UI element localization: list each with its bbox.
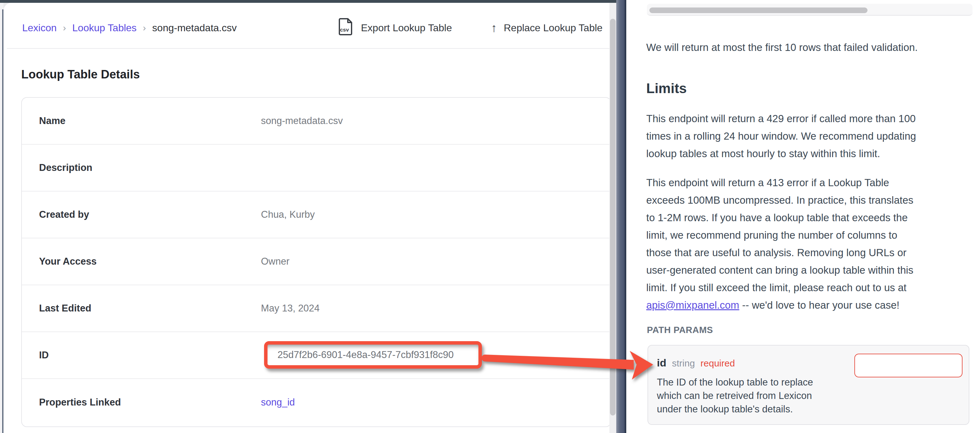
detail-label: Created by (22, 209, 261, 220)
breadcrumb-lookup-tables[interactable]: Lookup Tables (72, 22, 137, 34)
breadcrumb-current-file: song-metadata.csv (152, 22, 237, 34)
limits-paragraph-2-tail: -- we'd love to hear your use case! (740, 299, 900, 311)
csv-file-icon: csv (339, 18, 353, 38)
export-lookup-table-button[interactable]: csv Export Lookup Table (339, 18, 452, 37)
breadcrumb: Lexicon › Lookup Tables › song-metadata.… (22, 21, 237, 35)
detail-value: song-metadata.csv (261, 115, 343, 127)
param-name: id (657, 357, 666, 369)
detail-label: ID (22, 350, 261, 361)
vertical-scrollbar-thumb[interactable] (610, 19, 616, 415)
detail-row-last-edited: Last Edited May 13, 2024 (22, 285, 609, 332)
limits-heading: Limits (646, 81, 687, 96)
linked-property-link[interactable]: song_id (261, 397, 295, 408)
detail-value: Owner (261, 256, 290, 267)
detail-label: Last Edited (22, 303, 261, 314)
replace-button-label: Replace Lookup Table (504, 22, 603, 34)
export-button-label: Export Lookup Table (361, 22, 452, 34)
svg-text:csv: csv (340, 27, 349, 33)
param-id-input[interactable] (854, 353, 963, 377)
horizontal-scrollbar-thumb[interactable] (649, 8, 867, 13)
detail-value: Chua, Kurby (261, 209, 315, 220)
chevron-right-icon: › (143, 22, 146, 33)
detail-row-created-by: Created by Chua, Kurby (22, 191, 609, 238)
param-type: string (672, 358, 695, 369)
replace-lookup-table-button[interactable]: ↑ Replace Lookup Table (491, 18, 609, 37)
divider (7, 48, 609, 49)
detail-row-name: Name song-metadata.csv (22, 98, 609, 145)
detail-row-properties-linked: Properties Linked song_id (22, 379, 609, 426)
lookup-table-id-value: 25d7f2b6-6901-4e8a-9457-7cbf931f8c90 (267, 349, 454, 361)
page-title: Lookup Table Details (21, 68, 140, 81)
docs-intro-text: We will return at most the first 10 rows… (646, 39, 980, 56)
lookup-table-details-card: Name song-metadata.csv Description Creat… (21, 97, 609, 427)
limits-paragraph-2: This endpoint will return a 413 error if… (646, 174, 980, 314)
upload-arrow-icon: ↑ (491, 22, 497, 34)
path-params-section-label: PATH PARAMS (647, 325, 713, 335)
param-header: id string required (657, 357, 735, 369)
limits-paragraph-2-text: This endpoint will return a 413 error if… (646, 177, 913, 293)
chevron-right-icon: › (63, 22, 66, 33)
detail-label: Properties Linked (22, 397, 261, 408)
detail-row-description: Description (22, 145, 609, 191)
detail-label: Your Access (22, 256, 261, 267)
detail-row-your-access: Your Access Owner (22, 238, 609, 285)
detail-value: May 13, 2024 (261, 303, 320, 314)
detail-label: Name (22, 115, 261, 127)
param-description: The ID of the lookup table to replace wh… (657, 376, 938, 416)
limits-paragraph-1: This endpoint will return a 429 error if… (646, 110, 980, 162)
id-annotation-highlight-box: 25d7f2b6-6901-4e8a-9457-7cbf931f8c90 (264, 341, 482, 369)
window-gap (616, 0, 626, 433)
window-top-band (0, 0, 626, 3)
breadcrumb-lexicon[interactable]: Lexicon (22, 22, 57, 34)
support-email-link[interactable]: apis@mixpanel.com (646, 299, 740, 311)
detail-label: Description (22, 162, 261, 174)
param-required-badge: required (701, 358, 735, 369)
